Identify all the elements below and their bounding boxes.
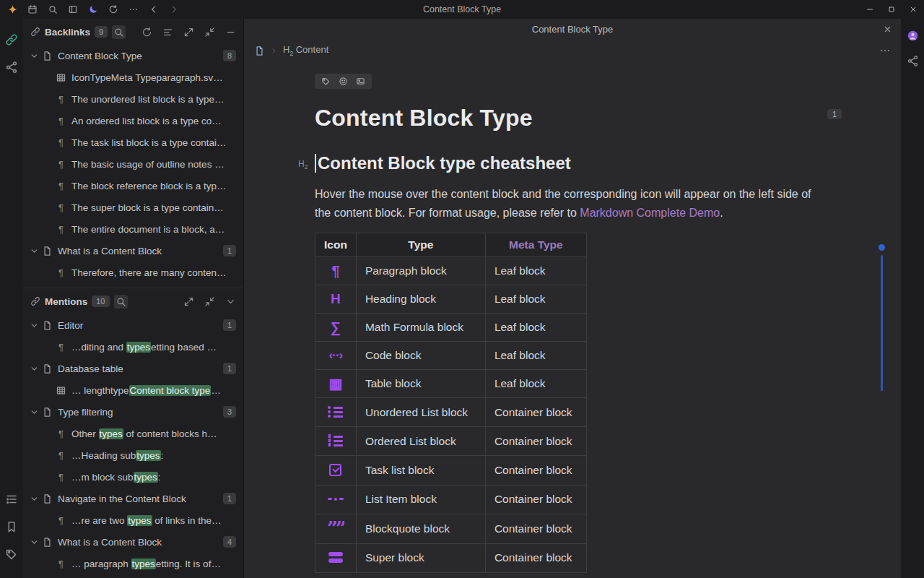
- logo-icon[interactable]: [6, 3, 19, 16]
- para-icon: ¶: [56, 428, 66, 439]
- chevron-down-icon[interactable]: [30, 364, 39, 374]
- block-type-cell: Table block: [356, 370, 485, 398]
- chevron-down-icon[interactable]: [30, 538, 39, 547]
- panel-icon[interactable]: [66, 3, 79, 16]
- chevron-down-icon[interactable]: [30, 246, 39, 256]
- moon-icon[interactable]: [87, 3, 100, 16]
- breadcrumb-heading[interactable]: H2 Content: [283, 44, 328, 57]
- tag-icon[interactable]: [321, 77, 331, 86]
- min-icon[interactable]: [225, 27, 236, 38]
- search-icon[interactable]: [114, 295, 128, 309]
- tree-item-label: Database table: [58, 363, 217, 374]
- close-icon[interactable]: [902, 0, 924, 19]
- tag-icon[interactable]: [5, 548, 18, 561]
- document-icon[interactable]: [254, 46, 265, 56]
- share-icon[interactable]: [907, 55, 919, 67]
- tree-item-label: Type filtering: [58, 407, 217, 418]
- maximize-icon[interactable]: [881, 0, 902, 19]
- item-count-badge: 1: [223, 319, 236, 331]
- tree-item-label: …diting and typesetting based …: [71, 342, 236, 353]
- graph-icon[interactable]: [5, 61, 18, 74]
- mention-item-row[interactable]: ¶…Heading subtypes:: [23, 444, 243, 466]
- sort-icon[interactable]: [162, 27, 173, 38]
- backlink-item-row[interactable]: ¶The entire document is a block, a…: [23, 218, 243, 240]
- para-icon: ¶: [56, 224, 66, 235]
- mentions-title: Mentions: [45, 296, 87, 307]
- mention-doc-row[interactable]: What is a Content Block4: [23, 531, 243, 553]
- backlink-item-row[interactable]: ¶Therefore, there are many conten…: [23, 262, 243, 283]
- doc-icon: [42, 246, 53, 256]
- titlebar: Content Block Type: [0, 0, 924, 19]
- search-icon[interactable]: [46, 3, 59, 16]
- tree-item-label: …m block subtypes:: [71, 472, 236, 483]
- emoji-icon[interactable]: [339, 77, 348, 86]
- mention-doc-row[interactable]: Navigate in the Content Block1: [23, 488, 243, 509]
- document-editor[interactable]: Content Block Type 1 H2 Content Block ty…: [244, 62, 901, 578]
- mention-doc-row[interactable]: Database table1: [23, 358, 243, 379]
- backlink-doc-row[interactable]: Content Block Type8: [23, 45, 243, 66]
- minimize-icon[interactable]: [859, 0, 881, 19]
- expand-icon[interactable]: [183, 296, 194, 307]
- tree-item-label: Other types of content blocks h…: [71, 428, 236, 439]
- meta-type-cell: Leaf block: [485, 314, 586, 342]
- math-icon: ∑: [331, 319, 341, 335]
- mention-item-row[interactable]: ¶… paragraph typesetting. It is of…: [23, 553, 243, 574]
- col-header-type: Type: [356, 233, 485, 257]
- mention-item-row[interactable]: ¶…m block subtypes:: [23, 466, 243, 488]
- backlink-item-row[interactable]: IconTypeMeta Typeparagraph.sv…: [23, 66, 243, 88]
- tab-close-icon[interactable]: [883, 25, 892, 34]
- scrollbar-thumb[interactable]: [881, 255, 883, 391]
- expand-icon[interactable]: [183, 27, 194, 38]
- chevron-down-icon[interactable]: [225, 296, 236, 307]
- titlebar-toolbar: [0, 3, 184, 16]
- backlink-doc-row[interactable]: What is a Content Block1: [23, 240, 243, 262]
- item-count-badge: 1: [223, 245, 236, 256]
- meta-type-cell: Container block: [485, 427, 586, 456]
- refresh-icon[interactable]: [141, 27, 152, 38]
- collapse-icon[interactable]: [204, 296, 215, 307]
- chevron-down-icon[interactable]: [30, 321, 39, 330]
- doc-icon: [42, 363, 53, 374]
- backlink-icon[interactable]: [5, 33, 18, 46]
- tree-item-label: The super block is a type contain…: [71, 202, 236, 213]
- backlink-item-row[interactable]: ¶The block reference block is a typ…: [23, 175, 243, 197]
- account-icon[interactable]: [907, 30, 919, 42]
- more-icon[interactable]: [879, 45, 891, 56]
- intro-paragraph[interactable]: Hover the mouse over the content block a…: [315, 185, 821, 223]
- outline-icon[interactable]: [5, 493, 18, 506]
- more-icon[interactable]: [127, 3, 140, 16]
- scroll-indicator-dot[interactable]: [879, 244, 885, 251]
- doc-title[interactable]: Content Block Type: [315, 105, 842, 131]
- chevron-down-icon[interactable]: [30, 407, 39, 417]
- mention-item-row[interactable]: ¶…re are two types of links in the…: [23, 509, 243, 531]
- backlink-item-row[interactable]: ¶An ordered list block is a type co…: [23, 110, 243, 131]
- olist-icon: [328, 433, 343, 449]
- backlink-item-row[interactable]: ¶The basic usage of outline notes …: [23, 153, 243, 175]
- backlink-item-row[interactable]: ¶The super block is a type contain…: [23, 197, 243, 218]
- tab-title[interactable]: Content Block Type: [532, 24, 614, 35]
- section-heading[interactable]: Content Block type cheatsheet: [315, 153, 872, 173]
- chevron-down-icon[interactable]: [30, 494, 39, 504]
- forward-icon[interactable]: [167, 3, 180, 16]
- cheatsheet-row: ∑Math Formula blockLeaf block: [315, 314, 587, 342]
- mention-doc-row[interactable]: Type filtering3: [23, 401, 243, 423]
- image-icon[interactable]: [356, 77, 365, 86]
- tree-item-label: The entire document is a block, a…: [71, 224, 236, 235]
- chevron-down-icon[interactable]: [30, 51, 39, 61]
- mention-doc-row[interactable]: Editor1: [23, 314, 243, 336]
- mention-item-row[interactable]: … lengthtypeContent block type…: [23, 379, 243, 401]
- bookmark-icon[interactable]: [5, 520, 18, 533]
- backlink-item-row[interactable]: ¶The task list block is a type contai…: [23, 131, 243, 153]
- back-icon[interactable]: [147, 3, 160, 16]
- markdown-demo-link[interactable]: Markdown Complete Demo: [580, 207, 720, 219]
- backlink-item-row[interactable]: ¶The unordered list block is a type…: [23, 88, 243, 110]
- sync-icon[interactable]: [107, 3, 120, 16]
- search-icon[interactable]: [112, 25, 126, 39]
- mention-item-row[interactable]: ¶…diting and typesetting based …: [23, 336, 243, 358]
- calendar-icon[interactable]: [26, 3, 39, 16]
- backlinks-tree: Content Block Type8IconTypeMeta Typepara…: [23, 45, 243, 283]
- mention-item-row[interactable]: ¶Other types of content blocks h…: [23, 423, 243, 444]
- collapse-icon[interactable]: [204, 27, 215, 38]
- backlinks-actions: [131, 27, 236, 38]
- block-type-cell: Super block: [356, 543, 485, 573]
